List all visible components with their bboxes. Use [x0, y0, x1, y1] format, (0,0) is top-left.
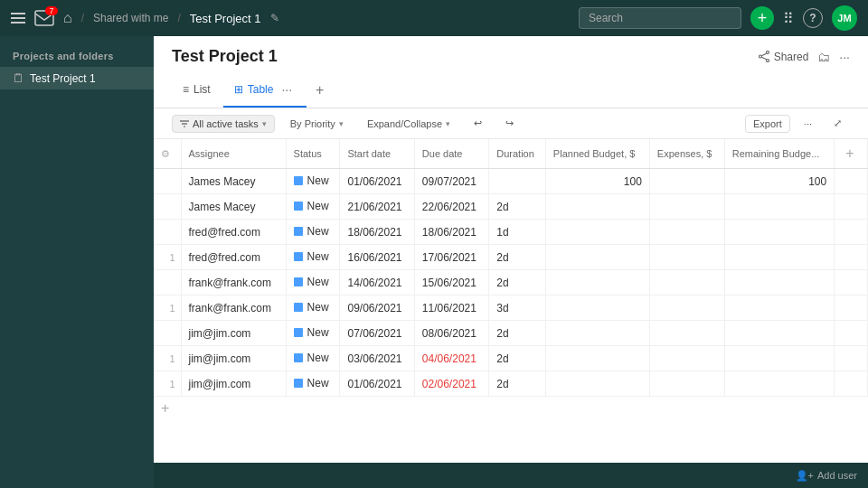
- table-row[interactable]: 1 fred@fred.com New 16/06/2021 17/06/202…: [154, 245, 868, 270]
- shared-with-me-link[interactable]: Shared with me: [93, 12, 168, 24]
- table-row[interactable]: 1 jim@jim.com New 01/06/2021 02/06/2021 …: [154, 371, 868, 397]
- table-row[interactable]: frank@frank.com New 14/06/2021 15/06/202…: [154, 270, 868, 296]
- cell-planned-budget: [545, 220, 649, 245]
- status-dot: [294, 328, 303, 337]
- cell-assignee: James Macey: [181, 194, 286, 220]
- cell-expenses: [649, 270, 724, 296]
- cell-remaining-budget: [724, 220, 834, 245]
- cell-start-date: 09/06/2021: [340, 296, 414, 321]
- col-add[interactable]: +: [835, 139, 868, 169]
- status-text: New: [307, 352, 329, 364]
- tab-table[interactable]: ⊞ Table ···: [223, 73, 307, 108]
- more-options-icon[interactable]: ···: [839, 50, 850, 64]
- table-row[interactable]: James Macey New 01/06/2021 09/07/2021 10…: [154, 169, 868, 194]
- col-planned-budget[interactable]: Planned Budget, $: [545, 139, 649, 169]
- cell-start-date: 18/06/2021: [340, 220, 414, 245]
- cell-expenses: [649, 321, 724, 346]
- table-row[interactable]: fred@fred.com New 18/06/2021 18/06/2021 …: [154, 220, 868, 245]
- cell-expenses: [649, 245, 724, 270]
- cell-planned-budget: [545, 296, 649, 321]
- top-nav: 7 ⌂ / Shared with me / Test Project 1 ✎ …: [0, 0, 868, 36]
- cell-status[interactable]: New: [286, 194, 340, 220]
- row-number: 1: [154, 346, 181, 371]
- table-row[interactable]: 1 jim@jim.com New 03/06/2021 04/06/2021 …: [154, 346, 868, 371]
- tab-list[interactable]: ≡ List: [172, 78, 222, 103]
- expand-chevron-icon: ▾: [446, 119, 450, 128]
- col-settings[interactable]: ⚙: [154, 139, 181, 169]
- tab-table-label: Table: [248, 83, 274, 96]
- toolbar-more-icon[interactable]: ···: [796, 115, 820, 133]
- avatar[interactable]: JM: [832, 5, 857, 31]
- cell-remaining-budget: 100: [724, 169, 834, 194]
- cell-due-date: 09/07/2021: [414, 169, 488, 194]
- add-button[interactable]: +: [750, 6, 774, 30]
- sidebar-item-test-project-1[interactable]: 🗒 Test Project 1: [0, 67, 154, 89]
- fullscreen-icon[interactable]: ⤢: [826, 114, 850, 133]
- status-text: New: [307, 225, 329, 238]
- cell-expenses: [649, 169, 724, 194]
- settings-icon[interactable]: ⚙: [161, 148, 170, 159]
- cell-status[interactable]: New: [286, 220, 340, 245]
- help-icon[interactable]: ?: [803, 8, 823, 28]
- add-column-button[interactable]: +: [842, 145, 857, 161]
- cell-duration: 2d: [489, 371, 546, 397]
- table-tab-more-icon[interactable]: ···: [278, 79, 296, 100]
- col-assignee[interactable]: Assignee: [181, 139, 286, 169]
- page-title: Test Project 1: [172, 47, 278, 66]
- table-row[interactable]: jim@jim.com New 07/06/2021 08/06/2021 2d: [154, 321, 868, 346]
- table-row[interactable]: James Macey New 21/06/2021 22/06/2021 2d: [154, 194, 868, 220]
- col-status[interactable]: Status: [286, 139, 340, 169]
- svg-point-2: [759, 55, 761, 58]
- expand-collapse-button[interactable]: Expand/Collapse ▾: [359, 115, 458, 133]
- tasks-table: ⚙ Assignee Status Start date: [154, 139, 868, 397]
- cell-expenses: [649, 194, 724, 220]
- status-text: New: [307, 174, 329, 187]
- col-expenses[interactable]: Expenses, $: [649, 139, 724, 169]
- nav-project-title[interactable]: Test Project 1: [190, 12, 261, 25]
- col-due-date[interactable]: Due date: [414, 139, 488, 169]
- undo-button[interactable]: ↩: [466, 114, 490, 133]
- status-dot: [294, 277, 303, 286]
- search-input[interactable]: [579, 7, 741, 29]
- row-number: 1: [154, 245, 181, 270]
- mail-icon[interactable]: 7: [34, 10, 54, 26]
- hamburger-menu[interactable]: [11, 13, 25, 23]
- share-button[interactable]: Shared: [759, 51, 809, 63]
- add-row-button[interactable]: +: [154, 397, 176, 420]
- cell-status[interactable]: New: [286, 270, 340, 296]
- grid-icon[interactable]: ⠿: [783, 10, 794, 27]
- cell-start-date: 16/06/2021: [340, 245, 414, 270]
- filter-button[interactable]: All active tasks ▾: [172, 115, 275, 133]
- cell-status[interactable]: New: [286, 245, 340, 270]
- project-icon: 🗒: [13, 71, 24, 85]
- cell-status[interactable]: New: [286, 296, 340, 321]
- cell-planned-budget: [545, 270, 649, 296]
- edit-project-name-icon[interactable]: ✎: [270, 12, 279, 24]
- cell-assignee: jim@jim.com: [181, 371, 286, 397]
- cell-start-date: 03/06/2021: [340, 346, 414, 371]
- cell-status[interactable]: New: [286, 321, 340, 346]
- table-row[interactable]: 1 frank@frank.com New 09/06/2021 11/06/2…: [154, 296, 868, 321]
- cell-status[interactable]: New: [286, 371, 340, 397]
- table-tab-icon: ⊞: [234, 83, 243, 96]
- add-tab-button[interactable]: +: [308, 79, 331, 102]
- cell-expenses: [649, 220, 724, 245]
- col-remaining-budget[interactable]: Remaining Budge...: [724, 139, 834, 169]
- cell-due-date: 04/06/2021: [414, 346, 488, 371]
- add-user-button[interactable]: 👤+ Add user: [796, 470, 857, 482]
- export-button[interactable]: Export: [745, 115, 790, 133]
- col-start-date[interactable]: Start date: [340, 139, 414, 169]
- home-icon[interactable]: ⌂: [63, 10, 72, 26]
- cell-planned-budget: 100: [545, 169, 649, 194]
- redo-button[interactable]: ↪: [497, 114, 522, 133]
- group-by-button[interactable]: By Priority ▾: [282, 115, 352, 133]
- archive-icon[interactable]: 🗂: [817, 50, 830, 64]
- cell-status[interactable]: New: [286, 169, 340, 194]
- row-number: [154, 220, 181, 245]
- cell-duration: 2d: [489, 194, 546, 220]
- col-duration[interactable]: Duration: [489, 139, 546, 169]
- cell-status[interactable]: New: [286, 346, 340, 371]
- cell-start-date: 01/06/2021: [340, 371, 414, 397]
- svg-line-5: [761, 57, 766, 59]
- status-text: New: [307, 276, 329, 288]
